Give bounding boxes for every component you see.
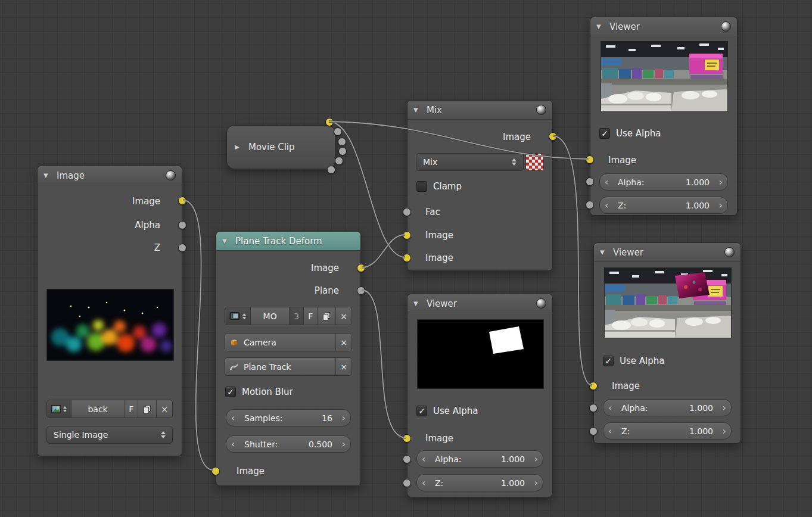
- image-source-dropdown[interactable]: Single Image: [46, 426, 173, 444]
- shutter-label: Shutter:: [244, 440, 309, 449]
- alpha-slider[interactable]: ‹ Alpha: 1.000 ›: [416, 450, 543, 468]
- motion-blur-checkbox[interactable]: ✓: [225, 387, 236, 397]
- plane-track-field[interactable]: Plane Track: [225, 358, 336, 375]
- collapse-icon[interactable]: ▼: [222, 238, 230, 244]
- alpha-input-socket[interactable]: [586, 177, 594, 186]
- slider-right-arrow-icon[interactable]: ›: [534, 454, 538, 464]
- slider-left-arrow-icon[interactable]: ‹: [608, 426, 612, 436]
- movie-clip-browse-button[interactable]: [225, 307, 251, 325]
- image-browse-button[interactable]: [47, 400, 71, 418]
- z-slider[interactable]: ‹ Z: 1.000 ›: [416, 474, 543, 491]
- z-slider[interactable]: ‹ Z: 1.000 ›: [599, 197, 728, 214]
- use-alpha-checkbox[interactable]: ✓: [599, 128, 610, 139]
- plane-track-header[interactable]: ▼ Plane Track Deform: [216, 232, 360, 251]
- image-input-socket[interactable]: [403, 434, 411, 443]
- slider-right-arrow-icon[interactable]: ›: [342, 413, 346, 423]
- image2-input-socket[interactable]: [403, 254, 411, 262]
- slider-right-arrow-icon[interactable]: ›: [719, 201, 723, 210]
- image-input-socket[interactable]: [211, 467, 220, 475]
- viewer-header[interactable]: ▼ Viewer: [590, 17, 737, 36]
- object-clear-button[interactable]: ×: [336, 334, 351, 351]
- collapse-icon[interactable]: ▼: [43, 173, 51, 179]
- image-output-socket[interactable]: [178, 197, 186, 205]
- fac-input-socket[interactable]: [403, 208, 411, 216]
- viewer-header[interactable]: ▼ Viewer: [594, 243, 741, 262]
- z-input-socket[interactable]: [586, 201, 594, 209]
- z-input-socket[interactable]: [403, 479, 411, 487]
- node-plane-track-deform[interactable]: ▼ Plane Track Deform Image Plane MO 3: [216, 231, 361, 486]
- offset-x-output-socket[interactable]: [338, 138, 346, 146]
- plane-output-socket[interactable]: [357, 286, 365, 295]
- alpha-output-socket[interactable]: [334, 127, 342, 136]
- slider-right-arrow-icon[interactable]: ›: [534, 478, 538, 488]
- node-viewer-bottom-center[interactable]: ▼ Viewer ✓ Use Alpha Image ‹ Alpha: 1.00…: [407, 294, 553, 497]
- preview-sphere-icon: [724, 247, 735, 257]
- alpha-slider[interactable]: ‹ Alpha: 1.000 ›: [603, 399, 732, 416]
- slider-left-arrow-icon[interactable]: ‹: [422, 454, 425, 464]
- viewer-header[interactable]: ▼ Viewer: [407, 294, 552, 313]
- scale-output-socket[interactable]: [335, 157, 343, 165]
- image-input-socket[interactable]: [586, 155, 594, 164]
- z-slider[interactable]: ‹ Z: 1.000 ›: [603, 422, 732, 440]
- slider-left-arrow-icon[interactable]: ‹: [231, 413, 235, 423]
- image-input-label: Image: [612, 381, 640, 391]
- samples-slider[interactable]: ‹ Samples: 16 ›: [226, 409, 351, 426]
- new-clip-button[interactable]: [318, 307, 336, 325]
- image-output-row: Image: [38, 194, 182, 209]
- slider-left-arrow-icon[interactable]: ‹: [608, 403, 612, 413]
- angle-output-socket[interactable]: [327, 166, 335, 174]
- slider-right-arrow-icon[interactable]: ›: [723, 426, 726, 436]
- clip-name-button[interactable]: MO: [251, 307, 290, 325]
- object-field[interactable]: Camera: [225, 334, 336, 351]
- image-output-socket[interactable]: [325, 118, 334, 126]
- offset-y-output-socket[interactable]: [338, 147, 347, 155]
- alpha-slider[interactable]: ‹ Alpha: 1.000 ›: [599, 173, 728, 191]
- slider-left-arrow-icon[interactable]: ‹: [231, 440, 235, 449]
- node-mix[interactable]: ▼ Mix Image Mix Clamp Fac Image Image: [407, 100, 553, 271]
- use-alpha-checkbox[interactable]: ✓: [416, 406, 427, 416]
- new-image-button[interactable]: [138, 400, 157, 418]
- expand-icon[interactable]: ▶: [235, 144, 242, 150]
- collapse-icon[interactable]: ▼: [600, 250, 608, 256]
- alpha-input-socket[interactable]: [403, 455, 411, 463]
- fake-user-button[interactable]: F: [125, 400, 138, 418]
- clamp-checkbox[interactable]: [416, 181, 427, 192]
- z-input-socket[interactable]: [589, 427, 598, 435]
- unlink-clip-button[interactable]: ×: [336, 307, 351, 325]
- image-input-row: Image: [594, 378, 741, 394]
- z-output-socket[interactable]: [178, 244, 186, 252]
- mix-node-header[interactable]: ▼ Mix: [407, 101, 552, 120]
- use-alpha-checkbox[interactable]: ✓: [603, 356, 614, 366]
- alpha-input-socket[interactable]: [589, 404, 598, 412]
- image-input-socket[interactable]: [589, 382, 598, 390]
- track-clear-button[interactable]: ×: [336, 358, 351, 375]
- image1-input-socket[interactable]: [403, 231, 411, 239]
- node-image[interactable]: ▼ Image Image Alpha Z: [37, 166, 182, 456]
- slider-right-arrow-icon[interactable]: ›: [723, 403, 726, 413]
- node-viewer-bottom-right[interactable]: ▼ Viewer: [593, 242, 741, 444]
- node-movie-clip[interactable]: ▶ Movie Clip: [226, 125, 335, 169]
- collapse-icon[interactable]: ▼: [596, 24, 604, 30]
- use-alpha-label: Use Alpha: [433, 406, 478, 416]
- image-node-header[interactable]: ▼ Image: [38, 166, 182, 185]
- shutter-slider[interactable]: ‹ Shutter: 0.500 ›: [226, 435, 351, 453]
- image-output-socket[interactable]: [549, 132, 557, 141]
- unlink-image-button[interactable]: ×: [157, 400, 172, 418]
- slider-left-arrow-icon[interactable]: ‹: [605, 177, 608, 187]
- image-output-socket[interactable]: [357, 264, 365, 272]
- blend-mode-dropdown[interactable]: Mix: [416, 153, 524, 171]
- collapse-icon[interactable]: ▼: [413, 301, 421, 307]
- slider-left-arrow-icon[interactable]: ‹: [422, 478, 425, 488]
- image-name-field[interactable]: back: [71, 400, 125, 418]
- node-editor-canvas[interactable]: ▼ Image Image Alpha Z: [0, 0, 812, 517]
- slider-left-arrow-icon[interactable]: ‹: [605, 201, 608, 210]
- alpha-output-socket[interactable]: [178, 221, 186, 229]
- slider-right-arrow-icon[interactable]: ›: [719, 177, 723, 187]
- alpha-checker-button[interactable]: [525, 153, 545, 171]
- z-label: Z:: [435, 478, 501, 488]
- slider-right-arrow-icon[interactable]: ›: [342, 440, 346, 449]
- node-viewer-top-right[interactable]: ▼ Viewer: [590, 17, 738, 216]
- clip-users-button[interactable]: 3: [290, 307, 304, 325]
- fake-user-button[interactable]: F: [304, 307, 318, 325]
- collapse-icon[interactable]: ▼: [413, 107, 421, 113]
